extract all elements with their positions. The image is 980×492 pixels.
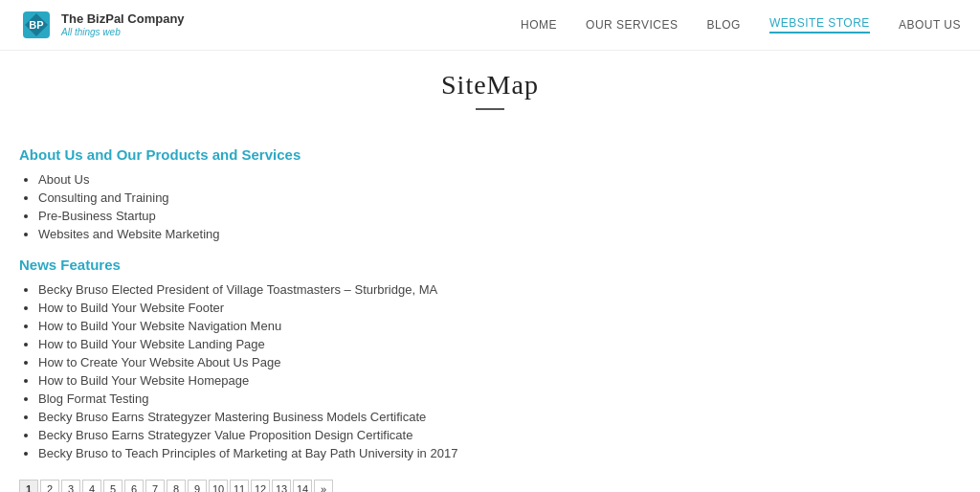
list-item: Blog Format Testing (38, 391, 842, 406)
svg-text:BP: BP (29, 19, 43, 31)
list-item: How to Build Your Website Navigation Men… (38, 319, 842, 333)
about-us-heading: About Us and Our Products and Services (19, 146, 842, 163)
logo-company-name: The BizPal Company (61, 11, 185, 27)
page-5[interactable]: 5 (103, 480, 122, 492)
news-item-5[interactable]: How to Build Your Website Homepage (38, 373, 249, 388)
page-next[interactable]: » (314, 480, 333, 492)
news-item-8[interactable]: Becky Bruso Earns Strategyzer Value Prop… (38, 428, 412, 442)
site-header: BP The BizPal Company All things web HOM… (0, 0, 980, 51)
page-9[interactable]: 9 (188, 480, 207, 492)
logo-icon: BP (19, 8, 54, 42)
main-content: About Us and Our Products and Services A… (0, 127, 861, 492)
news-item-4[interactable]: How to Create Your Website About Us Page (38, 355, 280, 369)
page-13[interactable]: 13 (272, 480, 291, 492)
list-item: Becky Bruso Earns Strategyzer Mastering … (38, 410, 842, 424)
news-features-heading: News Features (19, 257, 842, 273)
page-title-section: SiteMap (0, 51, 980, 127)
list-item: How to Create Your Website About Us Page (38, 355, 842, 369)
list-item: How to Build Your Website Footer (38, 301, 842, 315)
page-12[interactable]: 12 (251, 480, 270, 492)
pagination: 1 2 3 4 5 6 7 8 9 10 11 12 13 14 » (19, 480, 842, 492)
nav-about-us[interactable]: ABOUT US (899, 18, 961, 32)
page-title: SiteMap (0, 70, 980, 101)
page-1[interactable]: 1 (19, 480, 38, 492)
about-us-list: About Us Consulting and Training Pre-Bus… (19, 172, 842, 241)
list-item: Consulting and Training (38, 190, 842, 205)
page-6[interactable]: 6 (124, 480, 144, 492)
list-item: Becky Bruso Elected President of Village… (38, 282, 842, 297)
logo-text-area: The BizPal Company All things web (61, 11, 185, 38)
list-item: About Us (38, 172, 842, 187)
page-14[interactable]: 14 (293, 480, 312, 492)
news-item-9[interactable]: Becky Bruso to Teach Principles of Marke… (38, 446, 457, 460)
list-item: Pre-Business Startup (38, 209, 842, 223)
nav-home[interactable]: HOME (521, 18, 557, 32)
logo-area[interactable]: BP The BizPal Company All things web (19, 8, 185, 42)
nav-our-services[interactable]: OUR SERVICES (586, 18, 678, 32)
news-item-6[interactable]: Blog Format Testing (38, 391, 148, 406)
page-11[interactable]: 11 (230, 480, 249, 492)
nav-website-store[interactable]: WEBSITE STORE (769, 16, 870, 34)
logo-tagline: All things web (61, 27, 185, 38)
news-item-2[interactable]: How to Build Your Website Navigation Men… (38, 319, 281, 333)
list-item: Websites and Website Marketing (38, 227, 842, 241)
main-nav: HOME OUR SERVICES BLOG WEBSITE STORE ABO… (521, 16, 961, 34)
page-title-divider (476, 108, 504, 110)
page-3[interactable]: 3 (61, 480, 80, 492)
news-item-3[interactable]: How to Build Your Website Landing Page (38, 337, 265, 351)
list-item: Becky Bruso to Teach Principles of Marke… (38, 446, 842, 460)
news-item-0[interactable]: Becky Bruso Elected President of Village… (38, 282, 437, 297)
news-item-7[interactable]: Becky Bruso Earns Strategyzer Mastering … (38, 410, 426, 424)
about-us-link[interactable]: About Us (38, 172, 89, 187)
page-2[interactable]: 2 (40, 480, 59, 492)
list-item: Becky Bruso Earns Strategyzer Value Prop… (38, 428, 842, 442)
news-item-1[interactable]: How to Build Your Website Footer (38, 301, 224, 315)
page-8[interactable]: 8 (167, 480, 186, 492)
page-10[interactable]: 10 (209, 480, 228, 492)
nav-blog[interactable]: BLOG (707, 18, 741, 32)
list-item: How to Build Your Website Homepage (38, 373, 842, 388)
page-4[interactable]: 4 (82, 480, 101, 492)
news-features-list: Becky Bruso Elected President of Village… (19, 282, 842, 460)
list-item: How to Build Your Website Landing Page (38, 337, 842, 351)
consulting-link[interactable]: Consulting and Training (38, 190, 169, 205)
pre-business-link[interactable]: Pre-Business Startup (38, 209, 156, 223)
page-7[interactable]: 7 (145, 480, 165, 492)
websites-link[interactable]: Websites and Website Marketing (38, 227, 220, 241)
